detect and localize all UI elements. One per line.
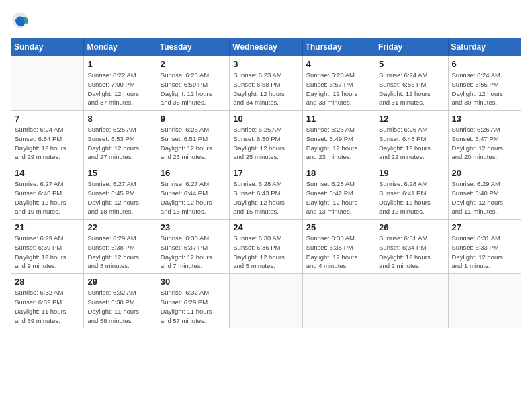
day-number: 3: [233, 59, 298, 69]
day-info: Sunrise: 6:23 AM Sunset: 6:59 PM Dayligh…: [161, 71, 226, 107]
day-info: Sunrise: 6:25 AM Sunset: 6:50 PM Dayligh…: [233, 125, 298, 162]
day-number: 24: [233, 222, 298, 232]
calendar-cell: 26Sunrise: 6:31 AM Sunset: 6:34 PM Dayli…: [375, 220, 448, 274]
day-info: Sunrise: 6:25 AM Sunset: 6:53 PM Dayligh…: [87, 125, 152, 162]
day-number: 15: [87, 168, 152, 178]
day-info: Sunrise: 6:26 AM Sunset: 6:49 PM Dayligh…: [306, 125, 371, 162]
day-number: 1: [87, 59, 152, 69]
column-header-friday: Friday: [375, 38, 448, 56]
day-info: Sunrise: 6:28 AM Sunset: 6:41 PM Dayligh…: [379, 179, 444, 216]
day-number: 27: [452, 222, 517, 232]
calendar-cell: 10Sunrise: 6:25 AM Sunset: 6:50 PM Dayli…: [230, 111, 302, 165]
day-number: 10: [233, 113, 298, 124]
day-number: 23: [161, 222, 226, 232]
day-info: Sunrise: 6:27 AM Sunset: 6:45 PM Dayligh…: [87, 179, 152, 216]
calendar-week-2: 7Sunrise: 6:24 AM Sunset: 6:54 PM Daylig…: [11, 111, 521, 165]
day-number: 20: [452, 168, 517, 178]
calendar-cell: 11Sunrise: 6:26 AM Sunset: 6:49 PM Dayli…: [302, 111, 375, 165]
day-info: Sunrise: 6:30 AM Sunset: 6:35 PM Dayligh…: [306, 234, 371, 271]
day-number: 8: [87, 113, 152, 124]
calendar-cell: 18Sunrise: 6:28 AM Sunset: 6:42 PM Dayli…: [302, 165, 375, 220]
calendar-table: SundayMondayTuesdayWednesdayThursdayFrid…: [11, 38, 521, 328]
calendar-cell: 7Sunrise: 6:24 AM Sunset: 6:54 PM Daylig…: [11, 111, 84, 165]
day-number: 30: [161, 277, 226, 287]
day-info: Sunrise: 6:27 AM Sunset: 6:44 PM Dayligh…: [161, 179, 226, 216]
calendar-cell: [230, 274, 302, 328]
calendar-cell: 30Sunrise: 6:32 AM Sunset: 6:29 PM Dayli…: [157, 274, 229, 328]
page-header: [11, 11, 521, 30]
day-number: 9: [161, 113, 226, 124]
calendar-cell: 9Sunrise: 6:25 AM Sunset: 6:51 PM Daylig…: [157, 111, 229, 165]
day-number: 12: [379, 113, 444, 124]
calendar-cell: [302, 274, 375, 328]
day-number: 28: [15, 277, 80, 287]
day-info: Sunrise: 6:27 AM Sunset: 6:46 PM Dayligh…: [15, 179, 80, 216]
day-info: Sunrise: 6:29 AM Sunset: 6:40 PM Dayligh…: [452, 179, 517, 216]
day-number: 13: [452, 113, 517, 124]
calendar-header: SundayMondayTuesdayWednesdayThursdayFrid…: [11, 38, 521, 56]
day-info: Sunrise: 6:30 AM Sunset: 6:37 PM Dayligh…: [161, 234, 226, 271]
day-info: Sunrise: 6:31 AM Sunset: 6:33 PM Dayligh…: [452, 234, 517, 271]
calendar-week-4: 21Sunrise: 6:29 AM Sunset: 6:39 PM Dayli…: [11, 220, 521, 274]
calendar-cell: 4Sunrise: 6:23 AM Sunset: 6:57 PM Daylig…: [302, 56, 375, 111]
header-row: SundayMondayTuesdayWednesdayThursdayFrid…: [11, 38, 521, 56]
calendar-cell: 1Sunrise: 6:22 AM Sunset: 7:00 PM Daylig…: [84, 56, 157, 111]
calendar-cell: 24Sunrise: 6:30 AM Sunset: 6:36 PM Dayli…: [230, 220, 302, 274]
day-info: Sunrise: 6:31 AM Sunset: 6:34 PM Dayligh…: [379, 234, 444, 271]
day-number: 26: [379, 222, 444, 232]
day-number: 19: [379, 168, 444, 178]
calendar-cell: 19Sunrise: 6:28 AM Sunset: 6:41 PM Dayli…: [375, 165, 448, 220]
day-number: 16: [161, 168, 226, 178]
day-number: 6: [452, 59, 517, 69]
calendar-cell: 20Sunrise: 6:29 AM Sunset: 6:40 PM Dayli…: [448, 165, 521, 220]
day-info: Sunrise: 6:24 AM Sunset: 6:55 PM Dayligh…: [452, 71, 517, 107]
day-number: 4: [306, 59, 371, 69]
column-header-sunday: Sunday: [11, 38, 84, 56]
day-number: 11: [306, 113, 371, 124]
day-info: Sunrise: 6:28 AM Sunset: 6:42 PM Dayligh…: [306, 179, 371, 216]
day-info: Sunrise: 6:23 AM Sunset: 6:57 PM Dayligh…: [306, 71, 371, 107]
calendar-cell: 15Sunrise: 6:27 AM Sunset: 6:45 PM Dayli…: [84, 165, 157, 220]
calendar-cell: 25Sunrise: 6:30 AM Sunset: 6:35 PM Dayli…: [302, 220, 375, 274]
calendar-cell: 2Sunrise: 6:23 AM Sunset: 6:59 PM Daylig…: [157, 56, 229, 111]
calendar-cell: 17Sunrise: 6:28 AM Sunset: 6:43 PM Dayli…: [230, 165, 302, 220]
column-header-monday: Monday: [84, 38, 157, 56]
day-info: Sunrise: 6:32 AM Sunset: 6:32 PM Dayligh…: [15, 288, 80, 325]
column-header-tuesday: Tuesday: [157, 38, 229, 56]
column-header-saturday: Saturday: [448, 38, 521, 56]
calendar-cell: 27Sunrise: 6:31 AM Sunset: 6:33 PM Dayli…: [448, 220, 521, 274]
day-number: 17: [233, 168, 298, 178]
day-number: 5: [379, 59, 444, 69]
day-info: Sunrise: 6:29 AM Sunset: 6:38 PM Dayligh…: [87, 234, 152, 271]
day-number: 7: [15, 113, 80, 124]
calendar-cell: 16Sunrise: 6:27 AM Sunset: 6:44 PM Dayli…: [157, 165, 229, 220]
day-info: Sunrise: 6:30 AM Sunset: 6:36 PM Dayligh…: [233, 234, 298, 271]
calendar-cell: 6Sunrise: 6:24 AM Sunset: 6:55 PM Daylig…: [448, 56, 521, 111]
column-header-wednesday: Wednesday: [230, 38, 302, 56]
logo-icon: [11, 11, 30, 30]
day-number: 25: [306, 222, 371, 232]
calendar-cell: [448, 274, 521, 328]
calendar-week-3: 14Sunrise: 6:27 AM Sunset: 6:46 PM Dayli…: [11, 165, 521, 220]
day-info: Sunrise: 6:24 AM Sunset: 6:54 PM Dayligh…: [15, 125, 80, 162]
calendar-cell: [375, 274, 448, 328]
calendar-cell: 22Sunrise: 6:29 AM Sunset: 6:38 PM Dayli…: [84, 220, 157, 274]
day-number: 21: [15, 222, 80, 232]
calendar-cell: 21Sunrise: 6:29 AM Sunset: 6:39 PM Dayli…: [11, 220, 84, 274]
column-header-thursday: Thursday: [302, 38, 375, 56]
day-info: Sunrise: 6:32 AM Sunset: 6:30 PM Dayligh…: [87, 288, 152, 325]
day-number: 18: [306, 168, 371, 178]
calendar-week-5: 28Sunrise: 6:32 AM Sunset: 6:32 PM Dayli…: [11, 274, 521, 328]
day-info: Sunrise: 6:26 AM Sunset: 6:48 PM Dayligh…: [379, 125, 444, 162]
day-info: Sunrise: 6:32 AM Sunset: 6:29 PM Dayligh…: [161, 288, 226, 325]
day-number: 2: [161, 59, 226, 69]
day-info: Sunrise: 6:23 AM Sunset: 6:58 PM Dayligh…: [233, 71, 298, 107]
day-info: Sunrise: 6:25 AM Sunset: 6:51 PM Dayligh…: [161, 125, 226, 162]
calendar-cell: 3Sunrise: 6:23 AM Sunset: 6:58 PM Daylig…: [230, 56, 302, 111]
day-number: 22: [87, 222, 152, 232]
calendar-cell: 14Sunrise: 6:27 AM Sunset: 6:46 PM Dayli…: [11, 165, 84, 220]
calendar-cell: 13Sunrise: 6:26 AM Sunset: 6:47 PM Dayli…: [448, 111, 521, 165]
day-number: 14: [15, 168, 80, 178]
calendar-cell: 28Sunrise: 6:32 AM Sunset: 6:32 PM Dayli…: [11, 274, 84, 328]
calendar-cell: 12Sunrise: 6:26 AM Sunset: 6:48 PM Dayli…: [375, 111, 448, 165]
